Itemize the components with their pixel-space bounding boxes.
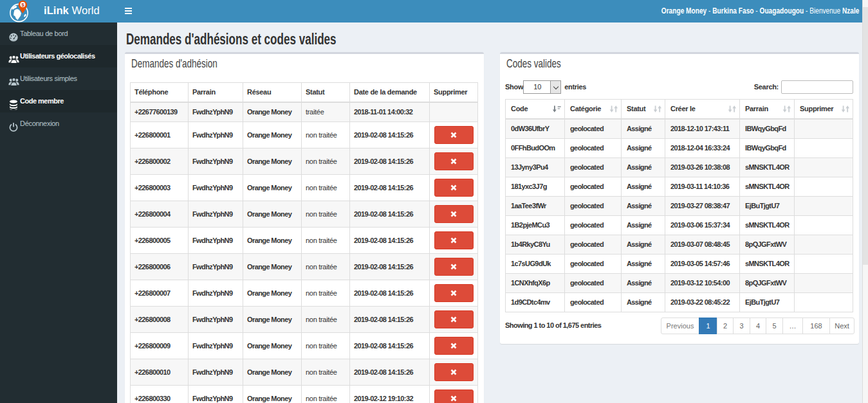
svg-text:$: $	[21, 2, 24, 8]
